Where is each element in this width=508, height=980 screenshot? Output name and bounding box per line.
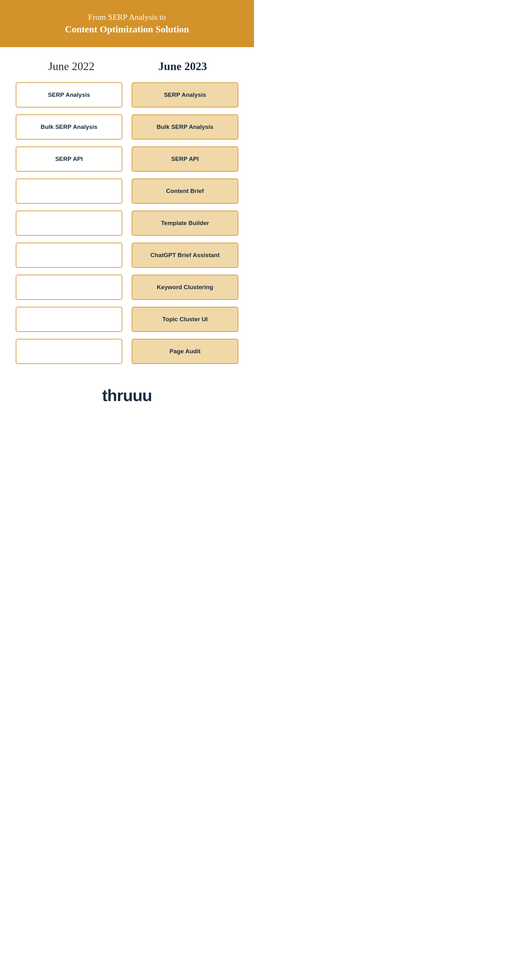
right-feature-box: Content Brief: [132, 178, 238, 204]
feature-row: Template Builder: [16, 211, 238, 236]
right-feature-box: ChatGPT Brief Assistant: [132, 243, 238, 268]
left-feature-box-empty: [16, 243, 122, 268]
right-feature-box: Bulk SERP Analysis: [132, 115, 238, 140]
right-column-label: June 2023: [127, 60, 238, 73]
feature-rows: SERP Analysis SERP Analysis Bulk SERP An…: [16, 82, 238, 364]
right-feature-box: SERP API: [132, 146, 238, 172]
feature-row: SERP API SERP API: [16, 146, 238, 172]
brand-logo: thruuu: [0, 386, 254, 405]
left-feature-box-empty: [16, 275, 122, 300]
comparison-section: June 2022 June 2023 SERP Analysis SERP A…: [0, 47, 254, 373]
feature-row: ChatGPT Brief Assistant: [16, 243, 238, 268]
left-feature-box-empty: [16, 178, 122, 204]
feature-row: Keyword Clustering: [16, 275, 238, 300]
feature-row: Page Audit: [16, 339, 238, 364]
feature-row: Content Brief: [16, 178, 238, 204]
feature-row: SERP Analysis SERP Analysis: [16, 82, 238, 108]
footer: thruuu: [0, 373, 254, 414]
left-feature-box-empty: [16, 307, 122, 332]
feature-row: Topic Cluster UI: [16, 307, 238, 332]
left-feature-box-empty: [16, 339, 122, 364]
right-feature-box: Template Builder: [132, 211, 238, 236]
right-feature-box: Topic Cluster UI: [132, 307, 238, 332]
right-feature-box: SERP Analysis: [132, 82, 238, 108]
left-feature-box-empty: [16, 211, 122, 236]
right-feature-box: Keyword Clustering: [132, 275, 238, 300]
left-column-label: June 2022: [16, 60, 127, 73]
right-feature-box: Page Audit: [132, 339, 238, 364]
left-feature-box: Bulk SERP Analysis: [16, 115, 122, 140]
left-feature-box: SERP Analysis: [16, 82, 122, 108]
header-title: Content Optimization Solution: [19, 24, 235, 35]
feature-row: Bulk SERP Analysis Bulk SERP Analysis: [16, 115, 238, 140]
header-subtitle: From SERP Analysis to: [19, 13, 235, 22]
columns-header: June 2022 June 2023: [16, 60, 238, 73]
left-feature-box: SERP API: [16, 146, 122, 172]
header: From SERP Analysis to Content Optimizati…: [0, 0, 254, 47]
